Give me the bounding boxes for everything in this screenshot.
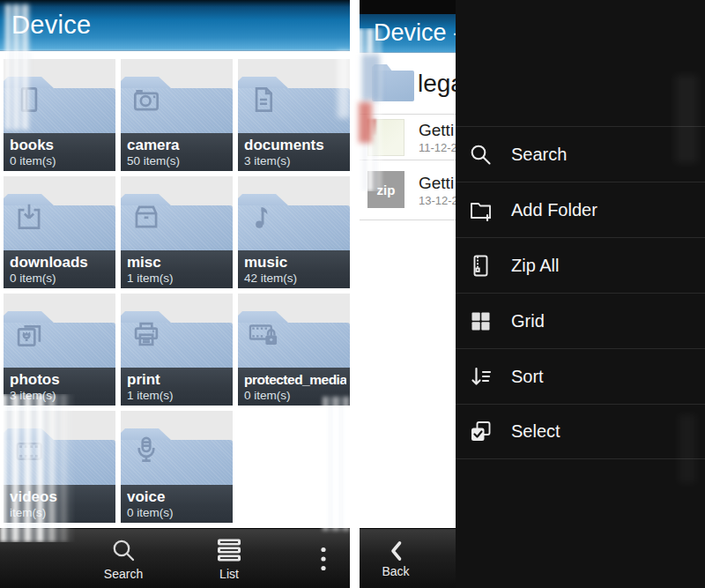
folder-tile-misc[interactable]: misc 1 item(s)	[121, 176, 233, 288]
folder-name: camera	[127, 137, 229, 154]
left-header: Device	[0, 0, 350, 51]
folder-count: 1 item(s)	[127, 272, 229, 286]
book-icon	[12, 83, 46, 116]
folder-name: books	[10, 137, 112, 154]
menu-item-label: Sort	[511, 367, 544, 387]
folder-count: 50 item(s)	[127, 154, 229, 168]
photo-frames-icon	[12, 317, 46, 351]
tile-label: camera 50 item(s)	[121, 133, 233, 171]
tile-label: music 42 item(s)	[238, 250, 350, 288]
list-icon	[216, 537, 242, 563]
zip-badge: zip	[377, 182, 396, 197]
folder-name: videos	[10, 488, 112, 506]
tile-label: print 1 item(s)	[121, 368, 233, 406]
folder-name: photos	[10, 371, 112, 389]
folder-count: 0 item(s)	[244, 389, 346, 403]
folder-name: music	[244, 254, 346, 272]
folder-tile-videos[interactable]: videos item(s)	[4, 411, 115, 523]
menu-item-search[interactable]: Search	[456, 126, 705, 182]
film-strip-icon	[12, 435, 46, 468]
file-name: Getti	[419, 174, 454, 193]
page-title: Device -	[374, 19, 461, 47]
tile-label: books 0 item(s)	[4, 133, 115, 171]
zip-all-icon	[469, 254, 493, 278]
menu-item-sort[interactable]: Sort	[456, 348, 705, 404]
tile-label: protected_media 0 item(s)	[238, 368, 350, 406]
folder-name: protected_media	[244, 371, 346, 389]
sort-icon	[469, 365, 493, 389]
film-lock-icon	[247, 317, 280, 351]
folder-name: voice	[127, 488, 229, 506]
back-button[interactable]: Back	[360, 528, 458, 588]
select-icon	[469, 420, 493, 443]
zip-file-icon: zip	[367, 171, 404, 208]
menu-item-zip-all[interactable]: Zip All	[456, 237, 705, 293]
list-view-button[interactable]: List	[189, 529, 269, 588]
context-menu-items: Search Add Folder Zip All Grid Sort	[456, 126, 705, 459]
tile-label: downloads 0 item(s)	[4, 250, 115, 288]
folder-tile-documents[interactable]: documents 3 item(s)	[238, 59, 350, 171]
menu-item-label: Search	[511, 145, 567, 165]
search-icon	[110, 537, 137, 563]
tile-label: documents 3 item(s)	[238, 133, 350, 171]
chevron-left-icon	[388, 540, 404, 562]
grid-icon	[469, 309, 493, 333]
search-label: Search	[104, 567, 143, 581]
folder-count: 3 item(s)	[244, 154, 346, 168]
list-label: List	[219, 567, 239, 581]
search-button[interactable]: Search	[84, 529, 163, 588]
tile-label: videos item(s)	[4, 485, 115, 523]
music-note-icon	[247, 200, 280, 234]
document-icon	[247, 83, 280, 116]
menu-item-label: Zip All	[511, 256, 559, 276]
open-box-icon	[130, 200, 163, 234]
folder-grid: books 0 item(s) camera 50 item(s) docume…	[4, 59, 350, 523]
bottom-action-bar: Search List	[0, 528, 350, 588]
folder-tile-voice[interactable]: voice 0 item(s)	[121, 411, 233, 523]
microphone-icon	[130, 435, 163, 468]
folder-count: 0 item(s)	[10, 272, 112, 286]
tile-label: misc 1 item(s)	[121, 250, 233, 288]
download-arrow-icon	[12, 200, 46, 234]
document-thumbnail-icon	[367, 119, 404, 156]
file-date: 13-12-2	[419, 194, 458, 207]
folder-tile-protected-media[interactable]: protected_media 0 item(s)	[238, 294, 350, 406]
folder-name: print	[127, 371, 229, 389]
folder-name: misc	[127, 254, 229, 272]
folder-name: downloads	[10, 254, 112, 272]
folder-tile-print[interactable]: print 1 item(s)	[121, 294, 233, 406]
camera-icon	[130, 83, 163, 116]
tile-label: photos 3 item(s)	[4, 368, 115, 406]
tile-label: voice 0 item(s)	[121, 485, 233, 523]
file-date: 11-12-2	[419, 141, 457, 154]
menu-item-label: Grid	[511, 311, 545, 331]
printer-icon	[130, 317, 163, 351]
context-menu-panel: Search Add Folder Zip All Grid Sort	[456, 0, 705, 588]
menu-item-label: Select	[511, 421, 560, 442]
menu-item-add-folder[interactable]: Add Folder	[456, 182, 705, 237]
folder-count: 42 item(s)	[244, 272, 346, 286]
folder-tile-camera[interactable]: camera 50 item(s)	[121, 59, 233, 171]
folder-icon	[372, 64, 414, 101]
folder-tile-music[interactable]: music 42 item(s)	[238, 176, 350, 288]
folder-name: documents	[244, 137, 346, 154]
add-folder-icon	[469, 198, 493, 222]
overflow-menu-button[interactable]	[306, 529, 341, 588]
folder-count: 1 item(s)	[127, 389, 229, 403]
search-icon	[469, 143, 493, 167]
back-label: Back	[382, 564, 409, 578]
page-title: Device	[11, 11, 91, 40]
folder-count: 0 item(s)	[127, 506, 229, 520]
folder-tile-photos[interactable]: photos 3 item(s)	[4, 294, 115, 406]
menu-item-grid[interactable]: Grid	[456, 293, 705, 348]
overflow-dots-icon	[320, 547, 327, 571]
folder-count: 3 item(s)	[10, 389, 112, 403]
menu-item-select[interactable]: Select	[456, 404, 705, 459]
folder-tile-downloads[interactable]: downloads 0 item(s)	[4, 176, 115, 288]
folder-count: item(s)	[10, 506, 112, 520]
menu-item-label: Add Folder	[511, 200, 597, 220]
file-name: Getti	[419, 121, 454, 140]
folder-tile-books[interactable]: books 0 item(s)	[4, 59, 115, 171]
file-manager-grid-screen: Device books 0 item(s) camera 50 item(s)	[0, 0, 350, 588]
folder-count: 0 item(s)	[10, 154, 112, 168]
